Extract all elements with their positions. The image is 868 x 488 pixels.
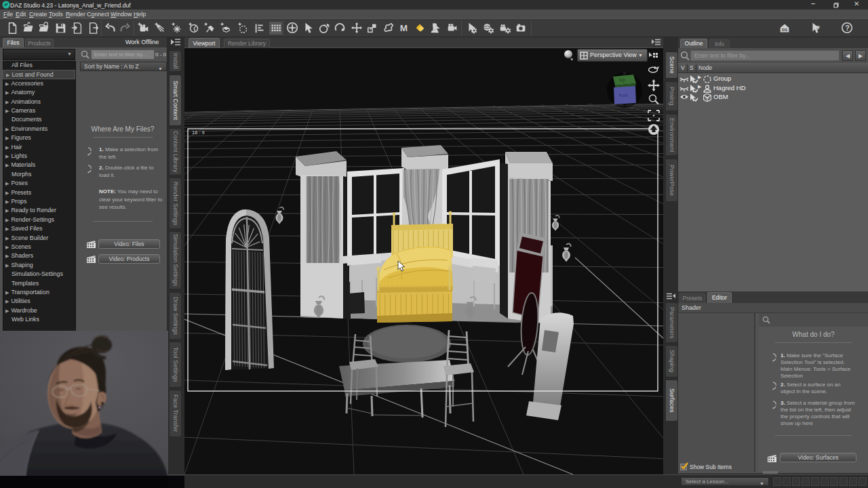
svg-text:DS: DS xyxy=(782,28,787,32)
svg-text:?: ? xyxy=(816,24,820,31)
svg-text:?: ? xyxy=(845,24,850,32)
svg-text:front: front xyxy=(619,93,628,98)
svg-text:16 : 9: 16 : 9 xyxy=(192,129,205,136)
svg-text:M: M xyxy=(400,23,408,33)
svg-text:top: top xyxy=(619,77,625,83)
